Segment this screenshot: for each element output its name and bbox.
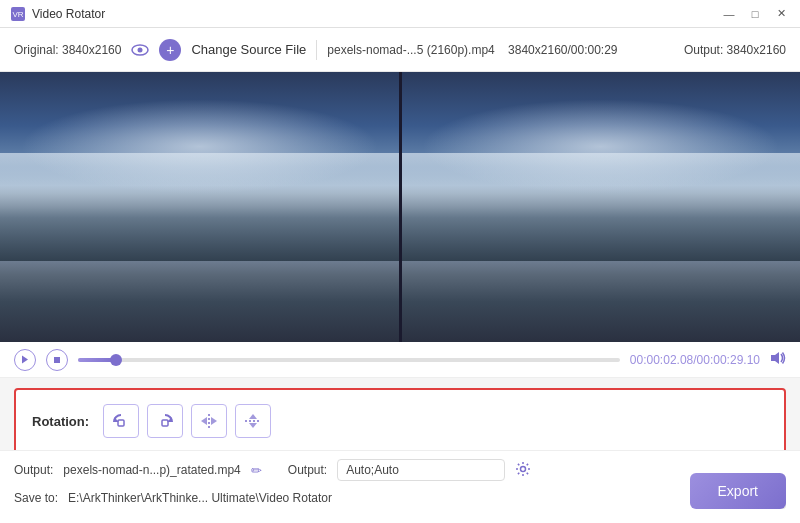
progress-thumb[interactable]: [110, 354, 122, 366]
flip-horizontal-button[interactable]: [191, 404, 227, 438]
time-current: 00:00:02.08: [630, 353, 693, 367]
rotate-left-button[interactable]: [103, 404, 139, 438]
original-label: Original: 3840x2160: [14, 43, 121, 57]
svg-marker-15: [249, 414, 257, 419]
rotation-label: Rotation:: [32, 414, 89, 429]
file-name: pexels-nomad-...5 (2160p).mp4: [327, 43, 494, 57]
output-preview: [399, 72, 801, 342]
play-icon: [21, 355, 29, 364]
output-video-frame: [402, 72, 801, 342]
svg-point-3: [138, 47, 143, 52]
bottom-bar: Output: pexels-nomad-n...p)_ratated.mp4 …: [0, 450, 800, 523]
window-controls: — □ ✕: [720, 5, 790, 23]
rotate-left-icon: [111, 412, 131, 430]
svg-marker-6: [771, 352, 779, 364]
change-source-button[interactable]: Change Source File: [191, 42, 306, 57]
rotation-buttons: [103, 404, 271, 438]
playback-bar: 00:00:02.08/00:00:29.10: [0, 342, 800, 378]
flip-v-icon: [243, 412, 263, 430]
svg-rect-5: [54, 357, 60, 363]
flip-h-icon: [199, 412, 219, 430]
maximize-button[interactable]: □: [746, 5, 764, 23]
volume-button[interactable]: [770, 351, 786, 368]
output-row: Output: pexels-nomad-n...p)_ratated.mp4 …: [14, 459, 786, 481]
time-total: 00:00:29.10: [697, 353, 760, 367]
output-settings-input[interactable]: [337, 459, 505, 481]
stop-icon: [53, 356, 61, 364]
divider: [316, 40, 317, 60]
original-video-frame: [0, 72, 399, 342]
svg-marker-12: [201, 417, 207, 425]
add-file-button[interactable]: +: [159, 39, 181, 61]
settings-gear-button[interactable]: [515, 461, 531, 480]
svg-marker-4: [22, 356, 28, 364]
svg-rect-10: [162, 420, 168, 426]
svg-text:VR: VR: [12, 10, 23, 19]
file-info: pexels-nomad-...5 (2160p).mp4 3840x2160/…: [327, 43, 674, 57]
progress-bar[interactable]: [78, 358, 620, 362]
output-file-label: Output:: [14, 463, 53, 477]
original-info: Original: 3840x2160: [14, 43, 121, 57]
file-meta: 3840x2160/00:00:29: [508, 43, 617, 57]
output-info: Output: 3840x2160: [684, 43, 786, 57]
original-preview: [0, 72, 399, 342]
title-bar: VR Video Rotator — □ ✕: [0, 0, 800, 28]
eye-button[interactable]: [131, 44, 149, 56]
app-icon: VR: [10, 6, 26, 22]
top-toolbar: Original: 3840x2160 + Change Source File…: [0, 28, 800, 72]
close-button[interactable]: ✕: [772, 5, 790, 23]
preview-area: [0, 72, 800, 342]
save-row: Save to: E:\ArkThinker\ArkThinke... Ulti…: [14, 487, 786, 509]
edit-filename-button[interactable]: ✏: [251, 463, 262, 478]
save-to-label: Save to:: [14, 491, 58, 505]
svg-marker-16: [249, 423, 257, 428]
rotation-section: Rotation:: [14, 388, 786, 454]
rotate-right-icon: [155, 412, 175, 430]
output-file-name: pexels-nomad-n...p)_ratated.mp4: [63, 463, 240, 477]
save-path: E:\ArkThinker\ArkThinke... Ultimate\Vide…: [68, 491, 718, 505]
svg-rect-8: [118, 420, 124, 426]
title-bar-left: VR Video Rotator: [10, 6, 105, 22]
gear-icon: [515, 461, 531, 477]
play-button[interactable]: [14, 349, 36, 371]
output-label2: Output:: [288, 463, 327, 477]
window-title: Video Rotator: [32, 7, 105, 21]
export-button[interactable]: Export: [690, 473, 786, 509]
rotate-right-button[interactable]: [147, 404, 183, 438]
flip-vertical-button[interactable]: [235, 404, 271, 438]
eye-icon: [131, 44, 149, 56]
svg-marker-13: [211, 417, 217, 425]
time-display: 00:00:02.08/00:00:29.10: [630, 353, 760, 367]
volume-icon: [770, 351, 786, 365]
minimize-button[interactable]: —: [720, 5, 738, 23]
stop-button[interactable]: [46, 349, 68, 371]
svg-point-17: [521, 466, 526, 471]
